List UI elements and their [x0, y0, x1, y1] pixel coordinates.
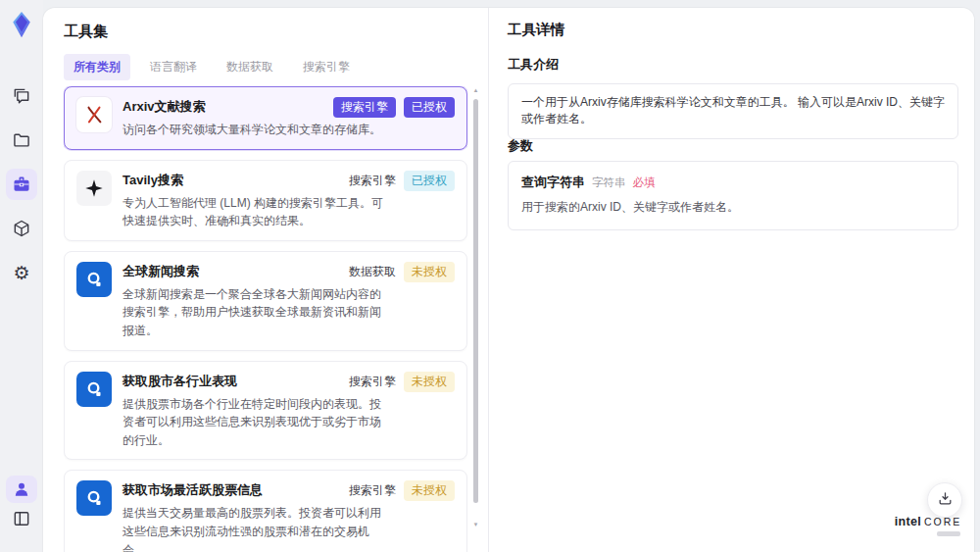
- brand-core-text: CORE: [924, 516, 961, 527]
- param-header-row: 查询字符串 字符串 必填: [521, 174, 945, 191]
- tool-card[interactable]: 获取股市各行业表现 提供股票市场各个行业在特定时间段内的表现。投资者可以利用这些…: [64, 361, 467, 461]
- tab-0[interactable]: 所有类别: [64, 54, 130, 80]
- sidebar-item-user[interactable]: [6, 476, 37, 503]
- tool-description: 提供股票市场各个行业在特定时间段内的表现。投资者可以利用这些信息来识别表现优于或…: [122, 395, 385, 450]
- sidebar-bottom: [6, 476, 37, 532]
- sidebar-item-folder[interactable]: [6, 125, 37, 156]
- content-panel: 工具集 所有类别语言翻译数据获取搜索引擎 Arxiv文献搜索 访问各个研究领域大…: [43, 8, 974, 552]
- user-icon: [12, 479, 31, 499]
- params-heading: 参数: [508, 137, 533, 155]
- panel-icon: [12, 509, 31, 528]
- tool-card[interactable]: Tavily搜索 专为人工智能代理 (LLM) 构建的搜索引擎工具。可快速提供实…: [64, 160, 467, 241]
- tool-category-label: 搜索引擎: [333, 97, 396, 118]
- settings-icon: ⚙: [13, 264, 29, 282]
- folder-icon: [12, 130, 31, 150]
- download-icon: [937, 490, 954, 510]
- detail-title: 工具详情: [508, 21, 564, 39]
- tool-description: 提供当天交易量最高的股票列表。投资者可以利用这些信息来识别流动性强的股票和潜在的…: [122, 504, 385, 552]
- intro-text: 一个用于从Arxiv存储库搜索科学论文和文章的工具。 输入可以是Arxiv ID…: [521, 94, 945, 128]
- arxiv-icon: [76, 97, 112, 132]
- tool-category-label: 搜索引擎: [349, 374, 396, 390]
- chat-icon: [12, 86, 31, 106]
- param-name: 查询字符串: [521, 174, 585, 191]
- tool-meta: 数据获取 未授权: [349, 262, 455, 282]
- category-tabs: 所有类别语言翻译数据获取搜索引擎: [64, 54, 360, 80]
- param-type: 字符串: [592, 176, 626, 190]
- param-description: 用于搜索的Arxiv ID、关键字或作者姓名。: [521, 199, 945, 216]
- tool-description: 全球新闻搜索是一个聚合全球各大新闻网站内容的搜索引擎，帮助用户快速获取全球最新资…: [122, 285, 385, 340]
- sidebar-item-toolbox[interactable]: [6, 169, 37, 200]
- tool-list: Arxiv文献搜索 访问各个研究领域大量科学论文和文章的存储库。 搜索引擎 已授…: [64, 86, 467, 552]
- brand-intel-text: intel: [895, 515, 921, 528]
- scroll-down-icon[interactable]: ▼: [471, 521, 480, 528]
- scrollbar-thumb[interactable]: [473, 99, 478, 503]
- tool-auth-badge: 未授权: [404, 372, 455, 392]
- param-box: 查询字符串 字符串 必填 用于搜索的Arxiv ID、关键字或作者姓名。: [508, 161, 958, 230]
- tool-auth-badge: 未授权: [404, 480, 455, 501]
- tool-auth-badge: 未授权: [404, 262, 455, 282]
- stock-sector-icon: [76, 372, 112, 407]
- sidebar-item-cube[interactable]: [6, 213, 37, 244]
- tool-category-label: 数据获取: [349, 264, 396, 280]
- download-button[interactable]: [927, 482, 962, 518]
- scrollbar[interactable]: ▲ ▼: [471, 86, 480, 546]
- app-logo-icon[interactable]: [6, 9, 37, 40]
- param-required-badge: 必填: [633, 176, 656, 190]
- tab-2[interactable]: 数据获取: [217, 54, 283, 80]
- tool-meta: 搜索引擎 未授权: [349, 480, 455, 501]
- page-title: 工具集: [64, 23, 108, 41]
- tool-meta: 搜索引擎 已授权: [333, 97, 455, 118]
- tool-category-label: 搜索引擎: [349, 482, 396, 499]
- tool-meta: 搜索引擎 已授权: [349, 171, 455, 191]
- tool-auth-badge: 已授权: [404, 171, 455, 191]
- sidebar-nav: ⚙: [6, 80, 37, 288]
- toolbox-icon: [12, 175, 31, 194]
- tool-card[interactable]: 获取市场最活跃股票信息 提供当天交易量最高的股票列表。投资者可以利用这些信息来识…: [64, 470, 467, 552]
- tool-card[interactable]: 全球新闻搜索 全球新闻搜索是一个聚合全球各大新闻网站内容的搜索引擎，帮助用户快速…: [64, 251, 467, 351]
- tavily-icon: [76, 171, 112, 206]
- tool-description: 访问各个研究领域大量科学论文和文章的存储库。: [122, 121, 385, 139]
- tool-meta: 搜索引擎 未授权: [349, 372, 455, 392]
- tab-1[interactable]: 语言翻译: [140, 54, 207, 80]
- tab-3[interactable]: 搜索引擎: [293, 54, 360, 80]
- intro-heading: 工具介绍: [508, 56, 559, 74]
- intel-core-logo: intel CORE: [890, 515, 966, 536]
- tool-description: 专为人工智能代理 (LLM) 构建的搜索引擎工具。可快速提供实时、准确和真实的结…: [122, 194, 385, 230]
- panel-divider: [488, 8, 489, 552]
- tool-card[interactable]: Arxiv文献搜索 访问各个研究领域大量科学论文和文章的存储库。 搜索引擎 已授…: [64, 86, 467, 150]
- tool-auth-badge: 已授权: [404, 97, 455, 118]
- intro-box: 一个用于从Arxiv存储库搜索科学论文和文章的工具。 输入可以是Arxiv ID…: [508, 83, 958, 139]
- tool-category-label: 搜索引擎: [349, 173, 396, 189]
- sidebar-item-chat[interactable]: [6, 80, 37, 112]
- sidebar: ⚙: [0, 0, 43, 552]
- cube-icon: [12, 219, 31, 238]
- sidebar-item-settings[interactable]: ⚙: [6, 257, 37, 288]
- brand-decor-bar: [937, 531, 960, 536]
- sidebar-item-panel[interactable]: [6, 505, 37, 532]
- active-stocks-icon: [76, 480, 112, 516]
- global-news-icon: [76, 262, 112, 297]
- scroll-up-icon[interactable]: ▲: [471, 86, 480, 94]
